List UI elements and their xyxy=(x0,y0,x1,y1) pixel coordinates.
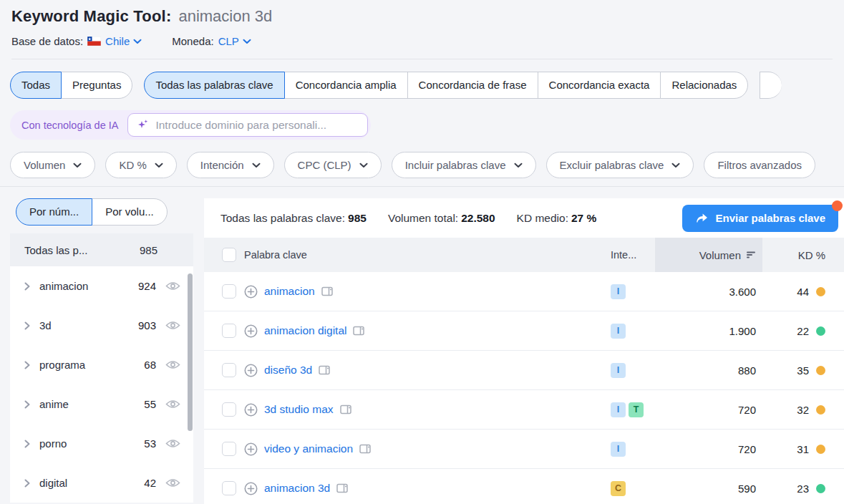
volume-value: 590 xyxy=(655,483,762,495)
add-to-list-icon[interactable] xyxy=(244,482,258,495)
sparkle-icon xyxy=(137,119,149,131)
eye-icon[interactable] xyxy=(165,359,180,370)
sidebar-group-anime[interactable]: anime 55 xyxy=(10,384,193,424)
kd-difficulty-dot xyxy=(816,405,825,415)
domain-personalization-input[interactable] xyxy=(155,119,359,132)
sidebar-all-keywords-row[interactable]: Todas las p... 985 xyxy=(10,233,193,266)
filter-intent[interactable]: Intención xyxy=(187,152,274,178)
tab-concordancia-exacta[interactable]: Concordancia exacta xyxy=(538,72,661,99)
keyword-link[interactable]: animacion xyxy=(264,285,315,298)
eye-icon[interactable] xyxy=(165,438,180,449)
group-count: 903 xyxy=(138,319,156,331)
eye-icon[interactable] xyxy=(165,478,180,488)
currency-label: Moneda: xyxy=(172,35,213,47)
keyword-link[interactable]: diseño 3d xyxy=(264,364,312,377)
add-to-list-icon[interactable] xyxy=(244,324,258,338)
row-checkbox[interactable] xyxy=(222,363,236,377)
column-header-keyword[interactable]: Palabra clave xyxy=(244,249,307,261)
filter-exclude-keywords[interactable]: Excluir palabras clave xyxy=(546,152,694,178)
serp-features-icon[interactable] xyxy=(353,326,364,336)
eye-icon[interactable] xyxy=(165,320,180,331)
serp-features-icon[interactable] xyxy=(336,483,348,493)
volume-value: 3.600 xyxy=(655,286,762,298)
intent-badge-i: I xyxy=(611,284,626,299)
eye-icon[interactable] xyxy=(165,399,180,410)
filter-include-keywords[interactable]: Incluir palabras clave xyxy=(392,152,536,178)
sidebar-group-digital[interactable]: digital 42 xyxy=(10,463,193,503)
group-name: animacion xyxy=(39,280,88,292)
kd-value: 23 xyxy=(797,483,809,495)
tab-concordancia-de-frase[interactable]: Concordancia de frase xyxy=(407,72,538,99)
tab-relacionadas[interactable]: Relacionadas xyxy=(660,72,748,99)
tab-preguntas[interactable]: Preguntas xyxy=(61,72,132,99)
stat-total-keywords: Todas las palabras clave:985 xyxy=(220,212,367,225)
keyword-link[interactable]: 3d studio max xyxy=(264,403,334,416)
currency-value: CLP xyxy=(218,35,239,47)
filter-intent-label: Intención xyxy=(200,159,244,171)
sidebar-group-programa[interactable]: programa 68 xyxy=(10,345,193,384)
tab-partial[interactable] xyxy=(760,72,782,99)
tab-group-match: Todas las palabras clave Concordancia am… xyxy=(144,72,748,99)
tab-todas[interactable]: Todas xyxy=(10,72,62,99)
eye-icon[interactable] xyxy=(165,281,180,291)
serp-features-icon[interactable] xyxy=(321,286,333,296)
column-header-volume[interactable]: Volumen xyxy=(655,238,762,272)
tab-concordancia-amplia[interactable]: Concordancia amplia xyxy=(284,72,408,99)
stat-label: KD medio: xyxy=(517,212,568,224)
kd-value: 44 xyxy=(797,286,809,298)
sort-by-volume-tab[interactable]: Por volu... xyxy=(92,198,168,226)
table-row: animacion I 3.600 44 xyxy=(204,272,844,311)
sort-descending-icon xyxy=(746,251,756,259)
column-header-intent[interactable]: Inte... xyxy=(611,249,636,261)
row-checkbox[interactable] xyxy=(222,442,236,456)
serp-features-icon[interactable] xyxy=(340,404,351,415)
add-to-list-icon[interactable] xyxy=(244,285,258,299)
sidebar-all-count: 985 xyxy=(140,244,157,256)
serp-features-icon[interactable] xyxy=(359,444,371,454)
sidebar-group-3d[interactable]: 3d 903 xyxy=(10,306,193,345)
kd-value: 31 xyxy=(797,443,809,455)
sidebar-scrollbar[interactable] xyxy=(188,273,193,431)
keyword-groups-list: Todas las p... 985 animacion 924 3d 903 … xyxy=(10,233,193,503)
tab-todas-las-palabras-clave[interactable]: Todas las palabras clave xyxy=(144,72,284,99)
send-keywords-button[interactable]: Enviar palabras clave xyxy=(682,205,838,232)
sidebar-group-porno[interactable]: porno 53 xyxy=(10,424,193,463)
group-name: anime xyxy=(39,398,69,410)
add-to-list-icon[interactable] xyxy=(244,442,258,456)
group-count: 42 xyxy=(144,477,156,489)
intent-badge-i: I xyxy=(611,442,626,457)
row-checkbox[interactable] xyxy=(222,402,236,417)
row-checkbox[interactable] xyxy=(222,284,236,299)
currency-selector[interactable]: CLP xyxy=(218,35,251,47)
select-all-checkbox[interactable] xyxy=(222,248,236,262)
filter-advanced[interactable]: Filtros avanzados xyxy=(704,152,815,178)
add-to-list-icon[interactable] xyxy=(244,403,258,417)
page-title: Keyword Magic Tool: xyxy=(11,7,171,26)
notification-dot xyxy=(832,200,843,211)
keyword-link[interactable]: animacion digital xyxy=(264,324,346,337)
intent-badges: IT xyxy=(609,402,655,417)
row-checkbox[interactable] xyxy=(222,481,236,495)
filter-cpc[interactable]: CPC (CLP) xyxy=(284,152,382,178)
table-row: diseño 3d I 880 35 xyxy=(204,351,844,390)
chevron-down-icon xyxy=(133,39,142,44)
column-header-kd[interactable]: KD % xyxy=(798,249,825,261)
filter-volume[interactable]: Volumen xyxy=(10,152,95,178)
keyword-link[interactable]: video y animacion xyxy=(264,442,353,455)
filter-include-label: Incluir palabras clave xyxy=(405,159,506,171)
group-count: 924 xyxy=(138,280,156,292)
filter-kd[interactable]: KD % xyxy=(105,152,176,178)
share-arrow-icon xyxy=(695,213,709,224)
chevron-down-icon xyxy=(359,163,368,168)
stat-value: 22.580 xyxy=(461,212,495,224)
chevron-right-icon xyxy=(24,321,30,330)
stat-avg-kd: KD medio:27 % xyxy=(517,212,597,225)
send-keywords-label: Enviar palabras clave xyxy=(716,212,825,224)
database-selector[interactable]: Chile xyxy=(105,35,142,47)
sidebar-group-animacion[interactable]: animacion 924 xyxy=(10,266,193,306)
keyword-link[interactable]: animacion 3d xyxy=(264,482,330,495)
add-to-list-icon[interactable] xyxy=(244,364,258,377)
row-checkbox[interactable] xyxy=(222,324,236,338)
sort-by-number-tab[interactable]: Por núm... xyxy=(16,198,92,226)
serp-features-icon[interactable] xyxy=(319,365,330,375)
